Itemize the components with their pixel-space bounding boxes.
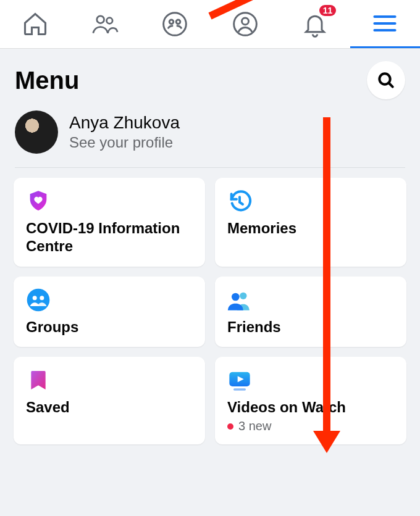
friends-color-icon <box>227 288 252 312</box>
svg-point-3 <box>170 20 174 24</box>
profile-name: Anya Zhukova <box>69 113 180 133</box>
card-label: Memories <box>227 220 395 238</box>
tab-friends[interactable] <box>70 0 140 48</box>
tab-notifications[interactable]: 11 <box>280 0 350 48</box>
friends-icon <box>91 10 119 38</box>
tab-groups[interactable] <box>140 0 210 48</box>
card-covid[interactable]: COVID-19 Information Centre <box>14 178 205 267</box>
svg-rect-18 <box>233 389 246 391</box>
card-saved[interactable]: Saved <box>14 357 205 444</box>
profile-row[interactable]: Anya Zhukova See your profile <box>0 106 420 167</box>
svg-point-1 <box>107 18 113 24</box>
tab-home[interactable] <box>0 0 70 48</box>
card-label: Groups <box>26 318 194 336</box>
avatar <box>15 110 58 154</box>
svg-point-15 <box>240 292 246 299</box>
search-button[interactable] <box>367 61 405 99</box>
svg-point-13 <box>33 296 37 300</box>
card-label: Videos on Watch <box>227 399 395 417</box>
page-title: Menu <box>15 67 79 94</box>
clock-rewind-icon <box>227 189 252 214</box>
hamburger-icon <box>371 10 398 37</box>
card-groups[interactable]: Groups <box>14 277 205 347</box>
card-label: Saved <box>26 399 194 417</box>
svg-line-11 <box>388 83 392 86</box>
card-friends[interactable]: Friends <box>215 277 406 347</box>
card-label: COVID-19 Information Centre <box>26 220 194 256</box>
notification-badge: 11 <box>319 5 337 16</box>
svg-point-6 <box>242 18 248 25</box>
meta-text: 3 new <box>238 419 271 433</box>
card-label: Friends <box>227 318 395 336</box>
bookmark-icon <box>26 368 51 393</box>
svg-point-2 <box>164 13 187 36</box>
menu-grid: COVID-19 Information Centre Memories Gro… <box>0 168 420 454</box>
shield-heart-icon <box>26 189 51 214</box>
menu-header: Menu <box>0 49 420 106</box>
video-watch-icon <box>227 368 252 393</box>
card-meta: 3 new <box>227 419 395 433</box>
search-icon <box>376 70 396 90</box>
svg-point-16 <box>232 293 240 301</box>
groups-circle-icon <box>26 288 51 312</box>
home-icon <box>22 10 49 38</box>
groups-icon <box>161 10 188 38</box>
card-memories[interactable]: Memories <box>215 178 406 267</box>
profile-icon <box>232 10 259 38</box>
svg-point-14 <box>40 296 44 300</box>
new-dot-icon <box>227 423 233 430</box>
svg-point-4 <box>177 20 181 24</box>
svg-point-12 <box>27 288 50 311</box>
annotation-arrow-2 <box>323 117 330 432</box>
top-tab-bar: 11 <box>0 0 420 49</box>
tab-menu[interactable] <box>350 0 420 48</box>
card-videos[interactable]: Videos on Watch 3 new <box>215 357 406 444</box>
profile-sub: See your profile <box>69 134 180 151</box>
svg-point-0 <box>97 16 104 23</box>
